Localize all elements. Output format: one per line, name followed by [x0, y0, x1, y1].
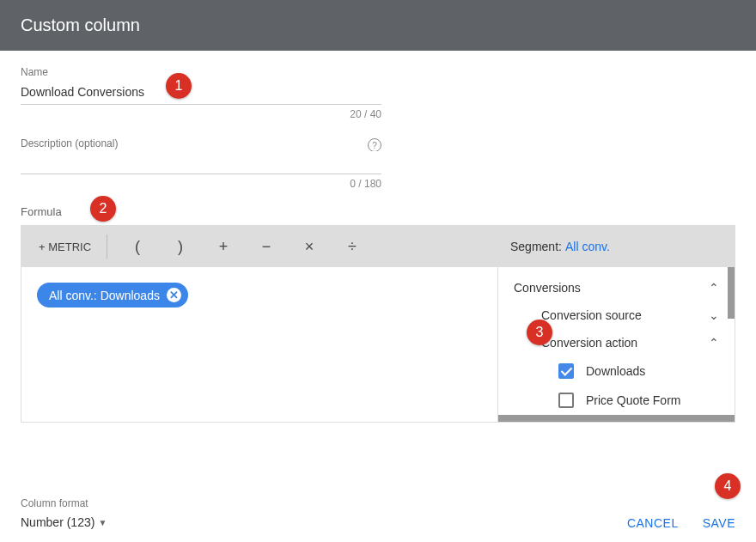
description-label: Description (optional) — [21, 137, 363, 149]
op-open-paren[interactable]: ( — [116, 238, 159, 256]
formula-left-panel: + METRIC ( ) + − × ÷ All conv.: Download… — [21, 226, 497, 422]
formula-label: Formula — [21, 205, 735, 218]
name-label: Name — [21, 66, 381, 78]
column-format-select[interactable]: Number (123) ▼ — [21, 515, 107, 529]
save-button[interactable]: SAVE — [703, 516, 735, 530]
chip-label: All conv.: Downloads — [49, 289, 160, 302]
chevron-up-icon: ⌃ — [709, 336, 719, 350]
checkbox-checked-icon — [558, 363, 574, 379]
column-format-label: Column format — [21, 497, 735, 509]
scrollbar-horizontal[interactable] — [498, 415, 735, 422]
description-counter: 0 / 180 — [21, 178, 381, 190]
annotation-badge-3: 3 — [527, 320, 552, 345]
metric-chip[interactable]: All conv.: Downloads ✕ — [37, 283, 188, 308]
scrollbar-vertical[interactable] — [728, 267, 735, 319]
segment-tree: Conversions ⌃ Conversion source ⌄ Conver… — [498, 267, 735, 422]
segment-value[interactable]: All conv. — [565, 240, 610, 253]
name-input[interactable] — [21, 82, 381, 105]
tree-conversions[interactable]: Conversions ⌃ — [498, 274, 735, 301]
description-input[interactable] — [21, 151, 381, 174]
cancel-button[interactable]: CANCEL — [627, 516, 679, 530]
op-multiply[interactable]: × — [288, 238, 331, 256]
chip-remove-icon[interactable]: ✕ — [167, 288, 181, 302]
annotation-badge-2: 2 — [90, 196, 116, 222]
add-metric-button[interactable]: + METRIC — [32, 234, 98, 260]
chevron-down-icon: ⌄ — [709, 308, 719, 322]
op-plus[interactable]: + — [202, 238, 245, 256]
dialog-title: Custom column — [21, 15, 140, 34]
dialog-footer: Column format Number (123) ▼ CANCEL SAVE — [21, 497, 735, 530]
description-field-group: Description (optional) ? 0 / 180 — [21, 137, 381, 190]
name-field-group: Name 20 / 40 — [21, 66, 381, 120]
checkbox-downloads[interactable]: Downloads — [498, 356, 735, 386]
dialog-actions: CANCEL SAVE — [627, 516, 735, 530]
op-close-paren[interactable]: ) — [159, 238, 202, 256]
annotation-badge-4: 4 — [715, 473, 741, 499]
segment-header: Segment: All conv. — [498, 226, 735, 267]
formula-toolbar: + METRIC ( ) + − × ÷ — [21, 226, 497, 267]
annotation-badge-1: 1 — [166, 73, 192, 99]
formula-area: + METRIC ( ) + − × ÷ All conv.: Download… — [21, 225, 735, 423]
segment-label: Segment: — [510, 240, 562, 253]
chevron-up-icon: ⌃ — [709, 281, 719, 295]
dialog-content: Name 20 / 40 Description (optional) ? 0 … — [0, 51, 756, 423]
name-counter: 20 / 40 — [21, 108, 381, 120]
checkbox-price-quote[interactable]: Price Quote Form — [498, 386, 735, 415]
formula-canvas[interactable]: All conv.: Downloads ✕ — [21, 267, 497, 420]
toolbar-divider — [107, 234, 107, 259]
op-minus[interactable]: − — [245, 238, 288, 256]
help-icon[interactable]: ? — [368, 138, 381, 152]
dialog-header: Custom column — [0, 0, 756, 51]
checkbox-unchecked-icon — [558, 393, 574, 408]
dropdown-caret-icon: ▼ — [98, 518, 107, 527]
op-divide[interactable]: ÷ — [331, 238, 374, 256]
